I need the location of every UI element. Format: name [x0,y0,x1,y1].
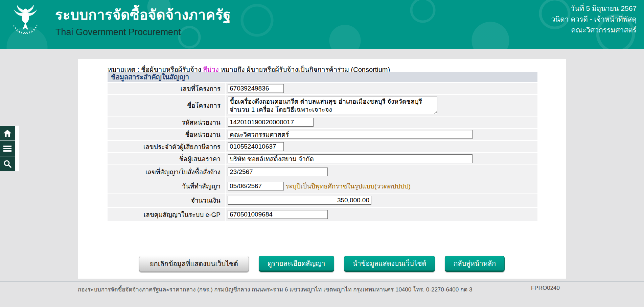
taxpayer-id-row: เลขประจำตัวผู้เสียภาษีอากร [108,141,537,152]
cancel-web-display-button[interactable]: ยกเลิกข้อมูลที่แสดงบนเว็บไซต์ [139,256,249,272]
contract-info-form: ข้อมูลสาระสำคัญในสัญญา เลขที่โครงการ ชื่… [108,72,537,221]
project-name-textarea[interactable]: ซื้อเครื่องดึงถอนคอนกรีต ตำบลแสนสุข อำเภ… [228,97,437,114]
contract-date-input[interactable] [228,182,284,190]
egp-control-number-row: เลขคุมสัญญาในระบบ e-GP [108,208,537,221]
project-name-label: ชื่อโครงการ [108,95,225,116]
amount-label: จำนวนเงิน [108,194,225,207]
project-name-row: ชื่อโครงการ ซื้อเครื่องดึงถอนคอนกรีต ตำบ… [108,95,537,116]
contract-number-row: เลขที่สัญญา/ใบสั่งซื้อสั่งจ้าง [108,165,537,179]
project-number-row: เลขที่โครงการ [108,83,537,94]
menu-icon [3,145,12,152]
current-date: วันที่ 5 มิถุนายน 2567 [551,3,637,14]
bidder-name-input[interactable] [228,154,473,163]
app-subtitle: Thai Government Procurement [55,27,181,37]
project-number-label: เลขที่โครงการ [108,83,225,94]
amount-row: จำนวนเงิน [108,194,537,207]
menu-button[interactable] [0,141,15,156]
agency-code-input[interactable] [228,118,314,127]
contract-date-label: วันที่ทำสัญญา [108,179,225,193]
taxpayer-id-label: เลขประจำตัวผู้เสียภาษีอากร [108,141,225,152]
contract-number-input[interactable] [228,168,328,176]
search-icon [3,160,12,168]
home-button[interactable] [0,126,15,140]
egp-control-number-label: เลขคุมสัญญาในระบบ e-GP [108,208,225,221]
agency-name-row: ชื่อหน่วยงาน [108,129,537,140]
contract-number-label: เลขที่สัญญา/ใบสั่งซื้อสั่งจ้าง [108,165,225,179]
taxpayer-id-input[interactable] [228,142,284,151]
amount-input[interactable] [228,196,371,205]
bidder-name-label: ชื่อผู้เสนอราคา [108,153,225,164]
bidder-name-row: ชื่อผู้เสนอราคา [108,153,537,164]
agency-code-row: รหัสหน่วยงาน [108,117,537,128]
current-user: วนิดา ควรดี - เจ้าหน้าที่พัสดุ [551,14,637,25]
view-contract-detail-button[interactable]: ดูรายละเอียดสัญญา [259,256,334,272]
buddhist-year-format-hint: ระบุปีเป็นปีพุทธศักราชในรูปแบบ(ววดดปปปป) [285,181,411,191]
agency-name-label: ชื่อหน่วยงาน [108,129,225,140]
current-org: คณะวิศวกรรมศาสตร์ [551,25,637,35]
page-footer: กองระบบการจัดซื้อจัดจ้างภาครัฐและราคากลา… [0,281,644,294]
header-user-block: วันที่ 5 มิถุนายน 2567 วนิดา ควรดี - เจ้… [551,3,637,35]
action-button-row: ยกเลิกข้อมูลที่แสดงบนเว็บไซต์ ดูรายละเอี… [78,256,566,272]
app-title: ระบบการจัดซื้อจัดจ้างภาครัฐ [55,4,231,26]
contract-date-row: วันที่ทำสัญญา ระบุปีเป็นปีพุทธศักราชในรู… [108,179,537,193]
egp-control-number-input[interactable] [228,210,328,219]
home-icon [3,129,12,137]
app-header: ระบบการจัดซื้อจัดจ้างภาครัฐ Thai Governm… [0,0,644,49]
agency-name-input[interactable] [228,130,473,139]
footer-address: กองระบบการจัดซื้อจัดจ้างภาครัฐและราคากลา… [78,285,473,294]
search-button[interactable] [0,156,15,171]
department-emblem-logo [9,3,42,39]
left-toolbar [0,126,19,171]
project-number-input[interactable] [228,84,284,93]
screen-code: FPRO0240 [531,285,566,294]
content-panel: ข้อมูลสาระสำคัญในสัญญา เลขที่โครงการ ชื่… [78,59,566,279]
form-section-title: ข้อมูลสาระสำคัญในสัญญา [108,72,537,82]
agency-code-label: รหัสหน่วยงาน [108,117,225,128]
back-to-main-button[interactable]: กลับสู่หน้าหลัก [445,256,505,272]
publish-to-website-button[interactable]: นำข้อมูลแสดงบนเว็บไซต์ [344,256,435,272]
